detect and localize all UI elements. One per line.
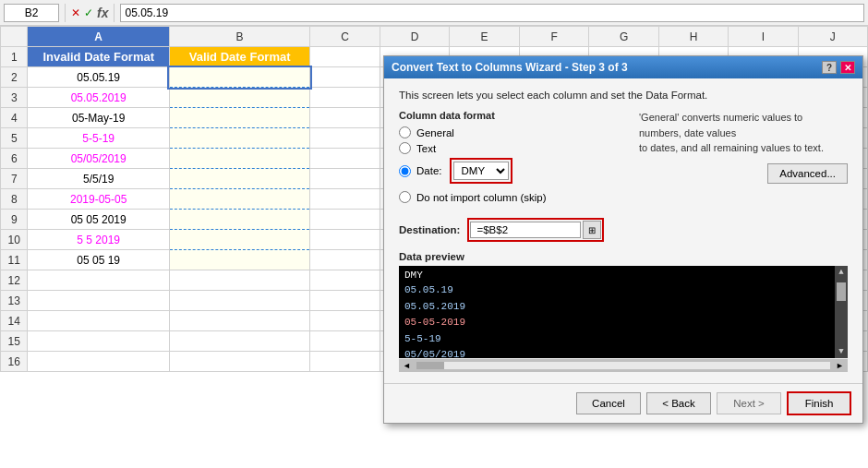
cell-reference-box[interactable] — [4, 4, 59, 22]
cell-empty[interactable] — [310, 270, 380, 291]
col-header-e[interactable]: E — [450, 27, 519, 47]
dialog-title-icons: ? ✕ — [822, 61, 855, 74]
close-icon[interactable]: ✕ — [840, 61, 855, 74]
cell-b11[interactable] — [169, 250, 309, 270]
cell-b13[interactable] — [169, 291, 309, 311]
radio-text-row[interactable]: Text — [399, 142, 621, 154]
fx-icon: fx — [97, 6, 108, 20]
cell-empty[interactable] — [310, 128, 380, 149]
cancel-icon[interactable]: ✕ — [71, 6, 80, 19]
radio-general-row[interactable]: General — [399, 126, 621, 138]
col-header-j[interactable]: J — [798, 27, 867, 47]
cell-a10[interactable]: 5 5 2019 — [28, 230, 169, 250]
row-header-4: 4 — [1, 108, 28, 128]
col-header-d[interactable]: D — [380, 27, 450, 47]
row-header-12: 12 — [1, 270, 28, 291]
next-button[interactable]: Next > — [717, 392, 781, 414]
preview-header: DMY — [404, 270, 827, 281]
col-header-i[interactable]: I — [729, 27, 798, 47]
row-header-10: 10 — [1, 230, 28, 250]
date-format-select[interactable]: DMY MDY YMD — [453, 162, 509, 180]
cell-a12[interactable] — [28, 270, 169, 291]
cell-b4[interactable] — [169, 108, 309, 128]
cell-a16[interactable] — [28, 352, 169, 372]
back-button[interactable]: < Back — [646, 392, 711, 414]
cell-a4[interactable]: 05-May-19 — [28, 108, 169, 128]
col-header-c[interactable]: C — [310, 27, 380, 47]
cell-empty[interactable] — [310, 88, 380, 108]
scroll-down-arrow[interactable]: ▼ — [837, 345, 845, 358]
cell-empty[interactable] — [310, 67, 380, 88]
radio-skip-row[interactable]: Do not import column (skip) — [399, 191, 621, 203]
scroll-up-arrow[interactable]: ▲ — [837, 266, 845, 279]
cell-b6[interactable] — [169, 149, 309, 169]
formula-input[interactable] — [120, 4, 864, 22]
scroll-thumb[interactable] — [837, 282, 846, 301]
cell-b9[interactable] — [169, 210, 309, 230]
cell-b2[interactable] — [169, 67, 309, 88]
cell-a15[interactable] — [28, 331, 169, 352]
radio-date[interactable] — [399, 165, 411, 177]
cell-b7[interactable] — [169, 169, 309, 189]
finish-button[interactable]: Finish — [787, 391, 851, 415]
hscroll-left-arrow[interactable]: ◄ — [399, 360, 415, 371]
preview-row-2: 05.05.2019 — [404, 299, 827, 316]
radio-skip[interactable] — [399, 191, 411, 203]
cell-b8[interactable] — [169, 189, 309, 210]
cell-a2[interactable]: 05.05.19 — [28, 67, 169, 88]
cell-b14[interactable] — [169, 311, 309, 331]
spreadsheet-container: ✕ ✓ fx A — [0, 0, 868, 468]
cell-b12[interactable] — [169, 270, 309, 291]
advanced-button[interactable]: Advanced... — [767, 163, 848, 184]
cell-a5[interactable]: 5-5-19 — [28, 128, 169, 149]
cell-b5[interactable] — [169, 128, 309, 149]
cell-a7[interactable]: 5/5/19 — [28, 169, 169, 189]
cell-a14[interactable] — [28, 311, 169, 331]
row-header-8: 8 — [1, 189, 28, 210]
hscroll-right-arrow[interactable]: ► — [832, 360, 848, 371]
radio-text[interactable] — [399, 142, 411, 154]
cell-empty[interactable] — [310, 311, 380, 331]
destination-input[interactable] — [470, 222, 581, 238]
cell-empty[interactable] — [310, 189, 380, 210]
radio-general[interactable] — [399, 126, 411, 138]
radio-date-row[interactable]: Date: — [399, 165, 442, 177]
cell-b10[interactable] — [169, 230, 309, 250]
cell-a9[interactable]: 05 05 2019 — [28, 210, 169, 230]
col-header-f[interactable]: F — [519, 27, 588, 47]
cell-a11[interactable]: 05 05 19 — [28, 250, 169, 270]
hscroll-thumb[interactable] — [416, 362, 444, 369]
preview-content: DMY 05.05.19 05.05.2019 05-05-2019 5-5-1… — [404, 270, 842, 358]
cancel-button[interactable]: Cancel — [576, 392, 641, 414]
help-icon[interactable]: ? — [822, 61, 837, 74]
cell-b16[interactable] — [169, 352, 309, 372]
cell-empty[interactable] — [310, 47, 380, 67]
destination-collapse-icon[interactable]: ⊞ — [583, 221, 601, 239]
cell-b1[interactable]: Valid Date Format — [169, 47, 309, 67]
radio-skip-label: Do not import column (skip) — [416, 192, 547, 203]
row-header-13: 13 — [1, 291, 28, 311]
cell-empty[interactable] — [310, 291, 380, 311]
formula-bar-sep2 — [114, 4, 115, 22]
cell-empty[interactable] — [310, 169, 380, 189]
cell-empty[interactable] — [310, 352, 380, 372]
cell-a1[interactable]: Invalid Date Format — [28, 47, 169, 67]
cell-a3[interactable]: 05.05.2019 — [28, 88, 169, 108]
cell-a8[interactable]: 2019-05-05 — [28, 189, 169, 210]
col-header-a[interactable]: A — [28, 27, 169, 47]
cell-empty[interactable] — [310, 108, 380, 128]
dialog-description: This screen lets you select each column … — [399, 90, 848, 101]
col-header-b[interactable]: B — [169, 27, 309, 47]
cell-empty[interactable] — [310, 210, 380, 230]
cell-empty[interactable] — [310, 149, 380, 169]
col-header-h[interactable]: H — [658, 27, 729, 47]
confirm-icon[interactable]: ✓ — [84, 6, 93, 19]
cell-b3[interactable] — [169, 88, 309, 108]
cell-b15[interactable] — [169, 331, 309, 352]
cell-empty[interactable] — [310, 230, 380, 250]
cell-empty[interactable] — [310, 250, 380, 270]
cell-empty[interactable] — [310, 331, 380, 352]
col-header-g[interactable]: G — [589, 27, 659, 47]
cell-a13[interactable] — [28, 291, 169, 311]
cell-a6[interactable]: 05/05/2019 — [28, 149, 169, 169]
